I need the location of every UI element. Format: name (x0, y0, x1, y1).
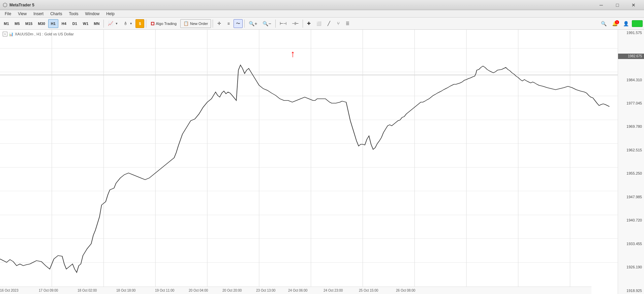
chevron-down-icon2: ▼ (129, 22, 132, 25)
chart-label: ≈ 📊 XAUUSDm , H1 : Gold vs US Dollar (3, 32, 74, 36)
price-1991: 1991.575 (618, 30, 644, 35)
notifications-button[interactable]: 🔔 1 (610, 19, 620, 28)
new-order-button[interactable]: 📋 New Order (180, 19, 211, 28)
app-logo: ⬡ (3, 2, 7, 8)
lines-icon: ☰ (346, 21, 349, 26)
zoom-in-icon: 🔍+ (249, 21, 257, 26)
time-label-5: 20 Oct 04:00 (189, 289, 208, 292)
account-icon: 👤 (623, 21, 629, 26)
trendline-icon: ╱ (328, 21, 330, 26)
title-bar: ⬡ MetaTrader 5 ─ □ ✕ (0, 0, 644, 10)
menu-tools[interactable]: Tools (66, 11, 82, 17)
tf-h4[interactable]: H4 (59, 19, 69, 28)
sep4 (244, 20, 245, 28)
crosshair2-button[interactable]: ✚ (305, 19, 313, 28)
time-label-0: 16 Oct 2023 (0, 289, 18, 292)
scroll-right-button[interactable]: ⊣⊢ (289, 19, 301, 28)
chart-symbol-timeframe: XAUUSDm , H1 : Gold vs US Dollar (15, 32, 74, 36)
new-order-icon: 📋 (183, 21, 189, 26)
scroll-right-icon: ⊣⊢ (292, 21, 299, 26)
price-1977: 1977.045 (618, 101, 644, 106)
sep6 (303, 20, 303, 28)
price-current: 1982.675 (618, 54, 644, 59)
chart-wrapper: ↑ ≈ 📊 XAUUSDm , H1 : Gold vs US Dollar (0, 30, 644, 294)
trendline-button[interactable]: ╱ (325, 19, 333, 28)
maximize-button[interactable]: □ (610, 0, 625, 10)
rectangle-button[interactable]: ⬜ (314, 19, 324, 28)
chart-type-button[interactable]: 📈 ▼ (105, 19, 120, 28)
menu-bar: File View Insert Charts Tools Window Hel… (0, 10, 644, 18)
price-1926: 1926.190 (618, 265, 644, 270)
sep2 (146, 20, 146, 28)
time-label-10: 25 Oct 15:00 (359, 289, 378, 292)
scroll-left-button[interactable]: ⊢⊣ (277, 19, 289, 28)
zoom-in-button[interactable]: 🔍+ (246, 19, 259, 28)
tf-h1[interactable]: H1 (48, 19, 58, 28)
time-label-6: 20 Oct 20:00 (222, 289, 242, 292)
price-1940: 1940.720 (618, 218, 644, 223)
cross-icon: ✚ (307, 21, 311, 26)
candlestick-icon: 🕯 (123, 21, 128, 26)
sep5 (275, 20, 276, 28)
account-button[interactable]: 👤 (621, 19, 631, 28)
search-icon: 🔍 (601, 21, 607, 26)
tf-mn[interactable]: MN (91, 19, 102, 28)
zoom-out-button[interactable]: 🔍− (260, 19, 273, 28)
price-axis: 1991.575 1982.675 1984.310 1977.045 1969… (618, 30, 644, 294)
sep1 (103, 20, 104, 28)
price-1955: 1955.250 (618, 171, 644, 176)
menu-file[interactable]: File (1, 11, 14, 17)
price-1969: 1969.780 (618, 124, 644, 129)
algo-icon (151, 22, 154, 25)
fork-button[interactable]: ⑂ (334, 19, 343, 28)
minimize-button[interactable]: ─ (593, 0, 609, 10)
close-button[interactable]: ✕ (626, 0, 641, 10)
menu-insert[interactable]: Insert (30, 11, 47, 17)
menu-view[interactable]: View (14, 11, 30, 17)
price-1984: 1984.310 (618, 78, 644, 83)
tf-d1[interactable]: D1 (70, 19, 80, 28)
toolbar: M1 M5 M15 M30 H1 H4 D1 W1 MN 📈 ▼ 🕯 ▼ $ A… (0, 18, 644, 30)
crosshair-button[interactable]: ✛ (215, 19, 223, 28)
fork-icon: ⑂ (337, 21, 340, 26)
status-indicator (632, 20, 643, 27)
time-label-4: 19 Oct 11:00 (155, 289, 174, 292)
price-1933: 1933.455 (618, 241, 644, 246)
time-axis: 16 Oct 2023 17 Oct 09:00 18 Oct 02:00 18… (0, 287, 591, 294)
levels-icon: ≡ (227, 21, 230, 26)
time-label-2: 18 Oct 02:00 (78, 289, 97, 292)
chart-container[interactable]: ≈ 📊 XAUUSDm , H1 : Gold vs US Dollar (0, 30, 618, 294)
tf-m30[interactable]: M30 (35, 19, 47, 28)
tf-w1[interactable]: W1 (81, 19, 91, 28)
tf-m5[interactable]: M5 (12, 19, 22, 28)
more-tools-button[interactable]: ☰ (343, 19, 352, 28)
title-bar-title: MetaTrader 5 (9, 3, 34, 7)
linechart-active-button[interactable]: 〜 (234, 19, 243, 28)
line-chart-icon: 〜 (236, 21, 240, 27)
linechart-icon: 📈 (108, 21, 113, 26)
zoom-out-icon: 🔍− (263, 21, 271, 26)
search-button[interactable]: 🔍 (599, 19, 609, 28)
bar-type-button[interactable]: 🕯 ▼ (121, 19, 135, 28)
menu-charts[interactable]: Charts (47, 11, 65, 17)
menu-help[interactable]: Help (103, 11, 118, 17)
title-bar-controls: ─ □ ✕ (593, 0, 641, 10)
time-label-11: 26 Oct 08:00 (396, 289, 415, 292)
chart-type-indicator: ≈ (3, 32, 7, 36)
chevron-down-icon: ▼ (115, 22, 118, 25)
levels-button[interactable]: ≡ (224, 19, 233, 28)
tf-m15[interactable]: M15 (23, 19, 35, 28)
time-label-7: 23 Oct 13:00 (256, 289, 275, 292)
algo-trading-button[interactable]: Algo Trading (148, 19, 180, 28)
time-label-8: 24 Oct 06:00 (288, 289, 307, 292)
gold-button[interactable]: $ (135, 19, 144, 28)
rectangle-icon: ⬜ (316, 21, 321, 26)
time-label-1: 17 Oct 09:00 (39, 289, 58, 292)
price-chart-svg (0, 30, 618, 294)
price-1947: 1947.985 (618, 195, 644, 200)
time-label-9: 24 Oct 23:00 (324, 289, 343, 292)
menu-window[interactable]: Window (82, 11, 103, 17)
tf-m1[interactable]: M1 (1, 19, 11, 28)
notification-badge: 1 (615, 20, 619, 24)
new-order-label: New Order (190, 22, 208, 26)
